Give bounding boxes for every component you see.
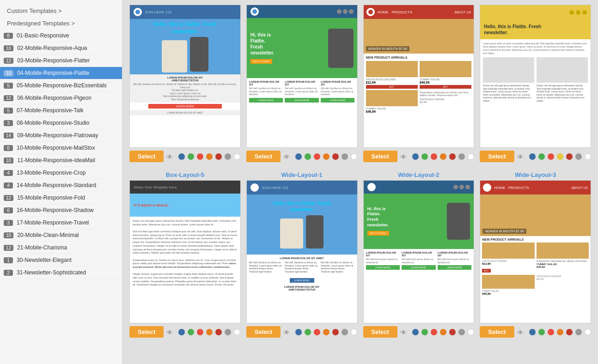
color-dot-w1-2[interactable] <box>305 329 311 335</box>
color-dot-4-1[interactable] <box>529 153 536 160</box>
template-preview-4[interactable]: Hello, this is Flattie. Freshnewsletter.… <box>480 5 591 148</box>
color-dot-w2-4[interactable] <box>440 329 446 335</box>
sidebar-item-31[interactable]: 2 31-Newsletter-Sophisticated <box>0 267 122 279</box>
template-preview-wide1[interactable]: JOIN HERE #15 Hello, this is Flattie. Fr… <box>246 180 358 323</box>
color-dot-w1-5[interactable] <box>332 329 339 335</box>
sidebar-item-15[interactable]: 12 15-Mobile-Responsive-Fold <box>0 192 122 204</box>
eye-icon-3[interactable]: 👁 <box>400 153 409 160</box>
sidebar-item-06[interactable]: 12 06-Mobile-Responsive-Pigeon <box>0 92 122 104</box>
color-dot-w3-4[interactable] <box>557 329 563 335</box>
eye-icon-wide2[interactable]: 👁 <box>400 329 409 335</box>
color-dot-w1-1[interactable] <box>295 329 302 335</box>
eye-icon-wide1[interactable]: 👁 <box>283 329 293 335</box>
sidebar-item-10[interactable]: 6 10-Mobile-Responsive-MailStox <box>0 142 122 154</box>
color-dot-4-2[interactable] <box>538 153 545 160</box>
color-dot-w1-3[interactable] <box>314 329 320 335</box>
sidebar-item-02[interactable]: 10 02-Mobile-Responsive-Aqua <box>0 42 122 55</box>
color-dot-b5-3[interactable] <box>197 329 203 335</box>
color-dot-w2-7[interactable] <box>468 329 474 335</box>
select-button-3[interactable]: Select <box>363 151 397 162</box>
color-dot-1-1[interactable] <box>178 153 185 160</box>
select-button-wide1[interactable]: Select <box>246 326 281 338</box>
sidebar-item-11[interactable]: 10 11-Mobile-Responsive-IdeaMail <box>0 154 122 167</box>
color-dot-2-3[interactable] <box>314 153 320 160</box>
color-dot-w1-6[interactable] <box>342 329 348 335</box>
color-dot-w2-6[interactable] <box>458 329 465 335</box>
color-dot-1-6[interactable] <box>225 153 231 160</box>
select-button-wide2[interactable]: Select <box>363 326 397 338</box>
color-dot-4-6[interactable] <box>575 153 582 160</box>
color-dot-1-2[interactable] <box>188 153 194 160</box>
color-dot-2-4[interactable] <box>323 153 330 160</box>
color-dot-w3-1[interactable] <box>529 329 536 335</box>
color-dot-2-2[interactable] <box>305 153 311 160</box>
template-preview-1[interactable]: JOIN HERE #15 Hello, this is Flattie. Fr… <box>129 5 241 148</box>
select-button-4[interactable]: Select <box>480 151 514 162</box>
color-dot-1-5[interactable] <box>215 153 222 160</box>
sidebar-item-30[interactable]: 1 30-Newsletter-Elegant <box>0 254 122 267</box>
sidebar-item-13[interactable]: 4 13-Mobile-Responsive-Crop <box>0 167 122 179</box>
template-preview-3[interactable]: HOME PRODUCTS ABOUT US HEAVEN IN MOUTH $… <box>363 5 475 148</box>
color-dot-1-3[interactable] <box>197 153 203 160</box>
color-dot-w3-2[interactable] <box>538 329 545 335</box>
eye-icon-4[interactable]: 👁 <box>517 153 526 160</box>
color-dot-w2-2[interactable] <box>421 329 428 335</box>
sidebar-item-05[interactable]: 5 05-Mobile-Responsive-BizEssentials <box>0 79 122 92</box>
sidebar-item-01[interactable]: 8 01-Basic-Responsive <box>0 30 122 42</box>
select-button-wide3[interactable]: Select <box>480 326 514 338</box>
color-dot-3-4[interactable] <box>440 153 446 160</box>
color-dot-2-6[interactable] <box>342 153 348 160</box>
color-dot-w3-6[interactable] <box>575 329 582 335</box>
color-dot-w2-3[interactable] <box>431 329 437 335</box>
sidebar-item-21[interactable]: 12 21-Mobile-Charisma <box>0 242 122 254</box>
eye-icon-1[interactable]: 👁 <box>166 153 176 160</box>
sidebar-item-04[interactable]: 10 04-Mobile-Responsive-Flattie <box>0 67 122 79</box>
color-dot-w2-1[interactable] <box>412 329 419 335</box>
color-dot-1-4[interactable] <box>206 153 213 160</box>
color-dot-b5-4[interactable] <box>206 329 213 335</box>
eye-icon-2[interactable]: 👁 <box>283 153 293 160</box>
color-dot-w3-5[interactable] <box>566 329 573 335</box>
color-dot-2-7[interactable] <box>351 153 357 160</box>
color-dot-3-6[interactable] <box>458 153 465 160</box>
sidebar-item-16[interactable]: 6 16-Mobile-Responsive-Shadow <box>0 204 122 217</box>
color-dot-w3-3[interactable] <box>548 329 554 335</box>
color-dot-2-1[interactable] <box>295 153 302 160</box>
template-preview-2[interactable]: Hi, this isFlattie.Freshnewsletter. BUY … <box>246 5 358 148</box>
color-dot-3-5[interactable] <box>449 153 456 160</box>
sidebar-item-08[interactable]: 3 08-Mobile-Responsive-Studio <box>0 117 122 129</box>
color-dot-4-5[interactable] <box>566 153 573 160</box>
template-preview-wide3[interactable]: HOME PRODUCTS ABOUT US HEAVEN IN MOUTH $… <box>480 180 591 323</box>
select-button-2[interactable]: Select <box>246 151 281 162</box>
color-dot-w1-7[interactable] <box>351 329 357 335</box>
color-dot-4-4[interactable] <box>557 153 563 160</box>
color-dot-3-1[interactable] <box>412 153 419 160</box>
color-dot-b5-7[interactable] <box>234 329 240 335</box>
color-dot-b5-5[interactable] <box>215 329 222 335</box>
color-dot-3-3[interactable] <box>431 153 437 160</box>
custom-templates-header[interactable]: Custom Templates > <box>0 5 122 17</box>
sidebar-item-20[interactable]: 10 20-Mobile-Clean-Minimal <box>0 229 122 242</box>
select-button-box5[interactable]: Select <box>129 326 164 338</box>
template-preview-box5[interactable]: Share Your Template Here IT'S BEEN A WHI… <box>129 180 241 323</box>
color-dot-w1-4[interactable] <box>323 329 330 335</box>
color-dot-3-2[interactable] <box>421 153 428 160</box>
sidebar-item-07[interactable]: 5 07-Mobile-Responsive-Talk <box>0 104 122 117</box>
template-preview-wide2[interactable]: Hi, this isFlattie.Freshnewsletter. BUY … <box>363 180 475 323</box>
sidebar-item-17[interactable]: 3 17-Mobile-Responsive-Travel <box>0 217 122 229</box>
color-dot-4-7[interactable] <box>585 153 591 160</box>
color-dot-b5-6[interactable] <box>225 329 231 335</box>
select-button-1[interactable]: Select <box>129 151 164 162</box>
color-dot-b5-2[interactable] <box>188 329 194 335</box>
eye-icon-box5[interactable]: 👁 <box>166 329 176 335</box>
color-dot-w2-5[interactable] <box>449 329 456 335</box>
color-dot-2-5[interactable] <box>332 153 339 160</box>
sidebar-item-09[interactable]: 14 09-Mobile-Responsive-Flatroway <box>0 129 122 142</box>
color-dot-w3-7[interactable] <box>585 329 591 335</box>
color-dot-b5-1[interactable] <box>178 329 185 335</box>
eye-icon-wide3[interactable]: 👁 <box>517 329 526 335</box>
color-dot-4-3[interactable] <box>548 153 554 160</box>
sidebar-item-03[interactable]: 12 03-Mobile-Responsive-Flatter <box>0 55 122 67</box>
predesigned-templates-header[interactable]: Predesigned Templates > <box>0 17 122 30</box>
sidebar-item-14[interactable]: 4 14-Mobile-Responsive-Standard <box>0 179 122 192</box>
